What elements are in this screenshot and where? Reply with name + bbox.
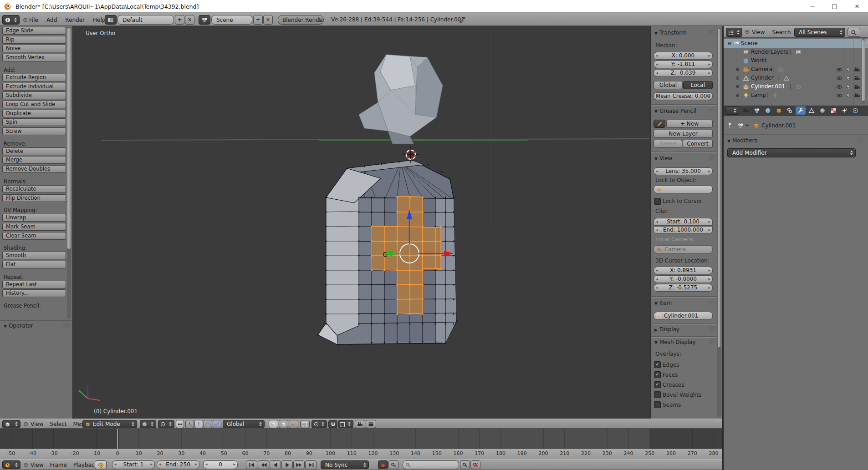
panel-grip[interactable]	[709, 339, 716, 344]
add-scene-button[interactable]: +	[253, 15, 263, 25]
editor-type-button[interactable]	[2, 15, 20, 25]
tab-modifiers[interactable]	[796, 106, 806, 115]
outliner-item-renderlayers[interactable]: ·RenderLayers|	[724, 48, 868, 56]
add-layout-button[interactable]: +	[175, 15, 184, 25]
tool-recalculate[interactable]: Recalculate	[2, 185, 66, 193]
item-name-field[interactable]: Cylinder.001	[654, 312, 713, 320]
menu-render[interactable]: Render	[65, 17, 85, 23]
lens-slider[interactable]: Lens: 35.000	[654, 167, 713, 175]
toggle-renderable-icon[interactable]	[854, 92, 860, 99]
global-button[interactable]: Global	[654, 81, 683, 89]
current-frame-marker[interactable]	[117, 429, 118, 450]
collapse-menus-icon[interactable]: ⊖	[23, 461, 28, 468]
tab-material[interactable]	[817, 106, 827, 115]
insert-keyframe-button[interactable]	[460, 460, 470, 469]
editor-type-button[interactable]	[2, 420, 20, 428]
seams-checkbox[interactable]	[654, 401, 661, 408]
menu-help[interactable]: Help	[93, 17, 105, 23]
menu-view[interactable]: View	[752, 29, 765, 35]
mesh-display-panel-header[interactable]: ▼Mesh Display	[654, 339, 696, 345]
pin-icon[interactable]	[726, 122, 733, 129]
outliner-filter-selector[interactable]: All Scenes	[794, 28, 845, 37]
cursor-z-slider[interactable]: Z: -0.5275	[654, 284, 713, 292]
tab-scene[interactable]	[752, 106, 762, 115]
panel-grip[interactable]	[709, 30, 716, 35]
outliner-item-scene[interactable]: ⊖Scene	[724, 39, 868, 48]
toggle-renderable-icon[interactable]	[854, 75, 860, 81]
panel-grip[interactable]	[63, 323, 71, 328]
local-camera-field[interactable]: Camera	[654, 245, 713, 253]
local-button[interactable]: Local	[683, 81, 713, 89]
display-panel-header[interactable]: ▶Display	[654, 326, 679, 333]
outliner-item-world[interactable]: ·World	[724, 56, 868, 65]
maximize-button[interactable]: □	[824, 0, 845, 12]
screen-layout-icon-button[interactable]	[105, 15, 117, 25]
tool-extrude-individual[interactable]: Extrude Individual	[2, 83, 66, 91]
tool-spin[interactable]: Spin	[2, 118, 66, 126]
expander-icon[interactable]: ·	[735, 56, 737, 65]
proportional-edit-selector[interactable]	[311, 420, 327, 428]
outliner-item-camera[interactable]: ⊕Camera|	[724, 65, 868, 74]
tool-clear-seam[interactable]: Clear Seam	[2, 232, 66, 240]
delete-frame-button[interactable]: Delete Frame	[654, 140, 682, 148]
view-panel-header[interactable]: ▼View	[654, 155, 672, 162]
toggle-selectable-icon[interactable]	[845, 84, 852, 90]
delete-keyframe-button[interactable]	[470, 460, 480, 469]
menu-select[interactable]: Select	[50, 421, 66, 427]
tool-delete[interactable]: Delete	[2, 147, 66, 155]
menu-file[interactable]: File	[29, 17, 38, 23]
tool-edge-slide[interactable]: Edge Slide	[2, 27, 66, 35]
face-select-button[interactable]	[289, 420, 298, 428]
close-button[interactable]: ×	[846, 0, 868, 12]
tool-repeat-last[interactable]: Repeat Last	[2, 281, 66, 288]
snap-element-selector[interactable]	[338, 420, 353, 428]
tool-flip-direction[interactable]: Flip Direction	[2, 194, 66, 202]
expander-icon[interactable]: ⊖	[727, 39, 731, 48]
toggle-visible-icon[interactable]	[836, 84, 842, 90]
tab-physics[interactable]	[850, 106, 860, 115]
toggle-renderable-icon[interactable]	[854, 84, 860, 90]
edges-checkbox[interactable]: ✓	[654, 361, 661, 368]
edge-select-button[interactable]	[279, 420, 288, 428]
grease-pencil-draw-button[interactable]	[654, 120, 665, 128]
item-panel-header[interactable]: ▼Item	[654, 300, 672, 306]
snap-toggle-button[interactable]	[328, 420, 337, 428]
mean-crease-slider[interactable]: Mean Crease: 0.000	[654, 92, 713, 100]
tool-history-[interactable]: History...	[2, 289, 66, 297]
menu-search[interactable]: Search	[772, 29, 791, 35]
transform-orientation-selector[interactable]: Global	[223, 420, 265, 428]
tab-constraints[interactable]	[785, 106, 795, 115]
npanel-scrollbar[interactable]	[717, 28, 721, 417]
expander-icon[interactable]: ⊕	[735, 74, 740, 82]
opengl-render-anim-button[interactable]	[366, 420, 376, 428]
toggle-visible-icon[interactable]	[836, 75, 842, 81]
expander-icon[interactable]: ⊕	[735, 82, 740, 91]
outliner-item-cylinder[interactable]: ⊕Cylinder|	[724, 74, 868, 82]
toggle-selectable-icon[interactable]	[845, 75, 852, 81]
clip-end-slider[interactable]: End: 1000.000	[654, 226, 713, 234]
tool-smooth[interactable]: Smooth	[2, 252, 66, 259]
outliner-scrollbar[interactable]	[862, 39, 865, 104]
mode-selector[interactable]: Edit Mode	[82, 420, 137, 428]
menu-playback[interactable]: Playback	[73, 462, 98, 468]
creases-checkbox[interactable]: ✓	[654, 381, 661, 388]
play-button[interactable]	[281, 460, 293, 469]
tab-world[interactable]	[763, 106, 773, 115]
tab-data[interactable]	[807, 106, 817, 115]
transform-panel-header[interactable]: ▼Transform	[654, 30, 687, 36]
panel-grip[interactable]	[709, 155, 716, 161]
use-preview-range-button[interactable]	[95, 460, 107, 469]
auto-keyframe-button[interactable]	[378, 460, 388, 469]
menu-view[interactable]: View	[31, 421, 43, 427]
breadcrumb[interactable]: Cylinder.001	[761, 122, 796, 129]
tool-noise[interactable]: Noise	[2, 45, 66, 52]
panel-grip[interactable]	[857, 137, 864, 143]
lock-to-cursor-checkbox[interactable]	[654, 198, 661, 205]
jump-to-start-button[interactable]	[246, 460, 257, 469]
sync-mode-selector[interactable]: No Sync	[321, 460, 369, 469]
expander-icon[interactable]: ·	[735, 48, 737, 56]
play-reverse-button[interactable]	[270, 460, 281, 469]
tool-screw[interactable]: Screw	[2, 127, 66, 135]
modifiers-panel-header[interactable]: ▼Modifiers	[727, 137, 757, 144]
limit-to-visible-button[interactable]	[300, 420, 310, 428]
